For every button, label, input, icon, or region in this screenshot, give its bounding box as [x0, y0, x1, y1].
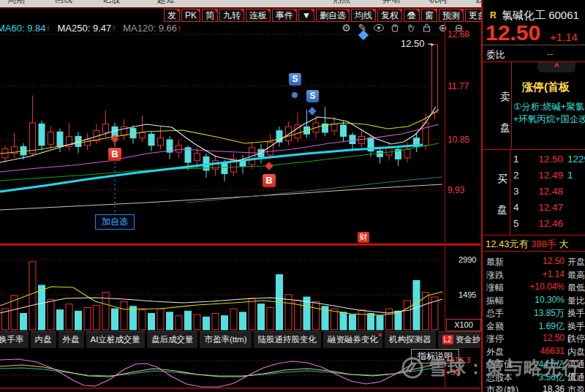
stat-row: 涨停12.50跌停	[483, 333, 585, 345]
volume-bar	[377, 316, 383, 330]
buy-signal-badge[interactable]: B	[108, 148, 121, 161]
candle-body	[268, 142, 273, 155]
volume-bar	[29, 262, 36, 330]
candle-body	[148, 134, 154, 145]
volume-bar	[57, 310, 64, 330]
candle-body	[39, 124, 45, 145]
buy-order-row[interactable]: 212.491	[510, 170, 585, 186]
candle-body	[48, 132, 54, 144]
buy-signal-badge[interactable]: B	[263, 174, 276, 187]
weibi-label: 委比	[486, 48, 505, 61]
volume-bar	[240, 312, 246, 330]
indicator-tab[interactable]: 换手率	[0, 331, 29, 348]
candle-body	[140, 132, 146, 138]
peak-price-label: 12.50	[401, 38, 425, 49]
divider	[483, 251, 585, 252]
candle-body	[30, 123, 36, 154]
ma250-line	[0, 184, 442, 210]
volume-bar	[368, 314, 374, 330]
candle-body	[377, 151, 383, 157]
volume-bar	[313, 301, 320, 330]
candle-body	[350, 135, 355, 144]
r-badge: R	[490, 10, 497, 20]
price-axis-label: 10.85	[448, 135, 469, 145]
candle-body	[103, 124, 109, 132]
indicator-tab[interactable]: 机构探测器	[385, 331, 436, 348]
candle-body	[423, 123, 429, 146]
divider	[511, 62, 512, 149]
price-change: +1.14	[550, 31, 578, 43]
sell-side-label: 盘	[500, 121, 510, 135]
volume-bar	[157, 309, 164, 330]
indicator-tab[interactable]: L2资金抄底	[438, 331, 480, 348]
finance-event-badge[interactable]: 财	[358, 232, 369, 243]
candle-body	[331, 124, 337, 130]
indicator-tab[interactable]: 融资融券变化	[323, 331, 382, 348]
kdj-k-line	[0, 363, 439, 377]
volume-bar	[267, 307, 273, 330]
sell-signal-badge[interactable]: S	[289, 73, 301, 86]
volume-bar	[423, 293, 429, 330]
stat-row: 最新12.50开盘	[483, 256, 585, 268]
candle-body	[57, 132, 63, 146]
candle-body	[195, 154, 200, 161]
volume-bar	[203, 317, 210, 330]
volume-bar	[185, 311, 192, 330]
weibi-value: --	[547, 48, 554, 59]
volume-bar	[112, 309, 118, 330]
volume-axis-label: 1495	[458, 290, 476, 299]
indicator-tab[interactable]: 内盘	[31, 331, 56, 348]
volume-bar	[176, 316, 182, 330]
candle-body	[286, 127, 292, 140]
quote-panel: R 氯碱化工 60061 12.50 +1.14 委比 -- ^ 卖 盘 涨停(…	[481, 0, 585, 392]
buy-order-row[interactable]: 312.48	[510, 186, 585, 202]
candle-body	[222, 164, 227, 174]
buy-order-row[interactable]: 112.501229	[510, 154, 585, 170]
collapse-chevron-icon[interactable]: ^	[537, 62, 575, 72]
stat-row: 总手13.85万换手	[483, 307, 585, 320]
volume-bar	[222, 316, 228, 330]
buy-side-label: 盘	[497, 203, 507, 216]
last-price: 12.50	[486, 20, 540, 45]
buy-side-label: 买	[497, 173, 507, 186]
sell-mark-dot	[292, 92, 298, 98]
volume-bar	[395, 311, 401, 330]
buy-order-row[interactable]: 412.47	[510, 202, 585, 218]
divider	[483, 149, 585, 150]
big-order-ticker: 12.43元有 388手 大	[486, 238, 569, 251]
l2-badge: L2	[442, 335, 453, 344]
stat-row: 市盈(静)18.36市盈(	[483, 384, 585, 392]
xueqiu-logo-icon	[401, 356, 424, 380]
price-axis-label: 11.77	[448, 81, 469, 91]
watermark-text: 雪球：策与略先行	[429, 355, 581, 380]
add-to-watchlist-button[interactable]: 加自选	[95, 214, 135, 230]
divider	[483, 235, 585, 235]
volume-axis-label: 2990	[458, 255, 476, 264]
volume-bar	[212, 314, 219, 330]
limit-up-status: 涨停(首板	[522, 80, 570, 94]
indicator-tab[interactable]: 市盈率(ttm)	[200, 331, 251, 348]
volume-bar	[48, 299, 54, 330]
candle-body	[158, 138, 164, 146]
volume-bar	[66, 304, 72, 330]
volume-bar	[358, 310, 365, 330]
sell-signal-badge[interactable]: S	[306, 90, 319, 102]
divider	[483, 45, 585, 45]
price-axis-label: 9.93	[448, 185, 464, 195]
volume-bar	[130, 306, 137, 330]
pane-separator	[0, 244, 480, 246]
volume-bar	[94, 305, 100, 330]
indicator-tab[interactable]: 陆股通持股变化	[254, 331, 322, 348]
indicator-tab[interactable]: AI立桩成交量	[86, 331, 145, 348]
analysis-line: ①分析:烧碱+聚氯	[513, 101, 584, 113]
volume-bar	[249, 298, 255, 330]
volume-bar	[413, 281, 420, 330]
notification-dot	[379, 333, 382, 336]
indicator-tab[interactable]: 盘后成交量	[147, 331, 198, 348]
price-axis-label: 12.68	[448, 29, 469, 39]
indicator-tab[interactable]: 外盘	[58, 331, 84, 348]
indicator-tabs: 换手率内盘外盘AI立桩成交量盘后成交量市盈率(ttm)陆股通持股变化融资融券变化…	[0, 331, 480, 348]
buy-order-row[interactable]: 512.46	[510, 218, 585, 234]
stat-row: 振幅10.30%量比	[483, 295, 585, 307]
volume-bar	[258, 304, 265, 330]
